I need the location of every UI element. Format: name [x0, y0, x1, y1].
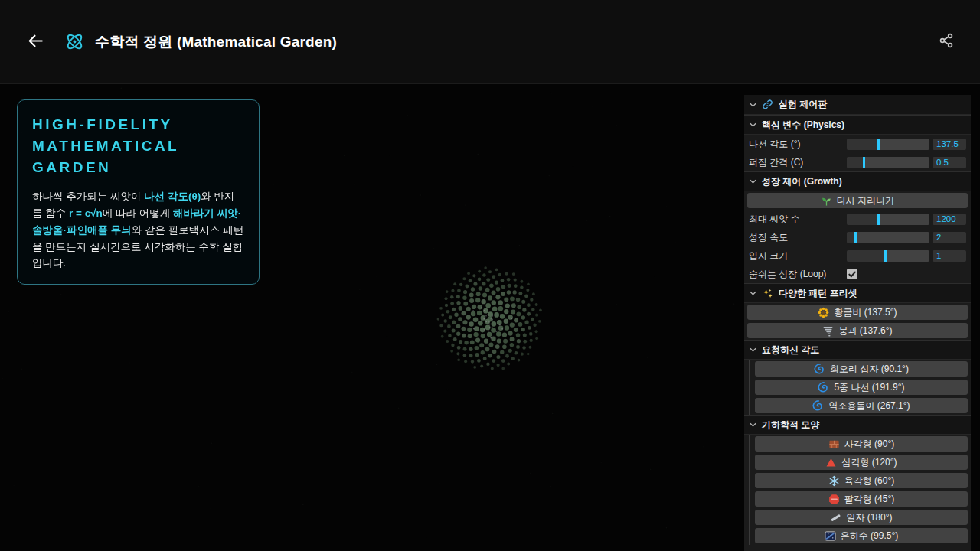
- line-button[interactable]: 일자 (180°): [755, 510, 968, 525]
- regrow-button-row: 다시 자라나기: [744, 191, 971, 210]
- sparkles-icon: [762, 288, 773, 299]
- chevron-down-icon: [750, 291, 756, 295]
- controller-particle-size: 입자 크기 1: [744, 246, 971, 265]
- experiment-control-panel: 실험 제어판 핵심 변수 (Physics) 나선 각도 (°) 137.5 퍼…: [744, 95, 971, 551]
- golden-ratio-row: 황금비 (137.5°): [744, 303, 971, 321]
- controller-max-seeds: 최대 씨앗 수 1200: [744, 210, 971, 228]
- growth-speed-slider[interactable]: [847, 232, 929, 243]
- slider-label: 성장 속도: [749, 231, 847, 244]
- regrow-button-label: 다시 자라나기: [837, 194, 894, 207]
- spiral-angle-value[interactable]: 137.5: [933, 139, 966, 150]
- page-title: 수학적 정원 (Mathematical Garden): [95, 32, 337, 52]
- folder-growth-title: 성장 제어 (Growth): [762, 175, 842, 188]
- milky-way-icon: [825, 530, 836, 542]
- controller-spiral-angle: 나선 각도 (°) 137.5: [744, 135, 971, 153]
- triangle-icon-button[interactable]: 삼각형 (120°): [755, 455, 968, 470]
- checkbox-label: 숨쉬는 성장 (Loop): [749, 268, 847, 281]
- atom-icon: [64, 31, 85, 52]
- snowflake-icon: [828, 475, 840, 487]
- folder-presets[interactable]: 다양한 패턴 프리셋: [744, 283, 971, 303]
- chevron-down-icon: [750, 347, 756, 352]
- square-row: 사각형 (90°): [752, 435, 971, 453]
- controller-spacing: 퍼짐 간격 (C) 0.5: [744, 153, 971, 171]
- info-card-description: 하나씩 추가되는 씨앗이 나선 각도(θ)와 반지름 함수 r = c√n에 따…: [32, 188, 244, 272]
- cyclone-icon: [812, 400, 824, 412]
- folder-presets-title: 다양한 패턴 프리셋: [779, 287, 858, 300]
- collapse-row: 붕괴 (137.6°): [744, 321, 971, 340]
- folder-requested-angles[interactable]: 요청하신 각도: [744, 340, 971, 360]
- octagon-button[interactable]: 팔각형 (45°): [755, 491, 968, 507]
- triangle-label: 삼각형 (120°): [841, 456, 897, 469]
- square-button[interactable]: 사각형 (90°): [755, 436, 968, 452]
- chevron-down-icon: [750, 179, 756, 184]
- regrow-button[interactable]: 다시 자라나기: [747, 193, 968, 208]
- growth-speed-value[interactable]: 2: [933, 232, 966, 243]
- hexagon-label: 육각형 (60°): [844, 474, 894, 487]
- controller-growth-speed: 성장 속도 2: [744, 228, 971, 246]
- cyclone-icon: [814, 364, 825, 375]
- spiral-angle-slider[interactable]: [847, 139, 929, 150]
- folder-physics-title: 핵심 변수 (Physics): [762, 119, 844, 132]
- brick-icon: [828, 439, 840, 450]
- cyclone-icon: [818, 382, 829, 393]
- five-spiral-button[interactable]: 5중 나선 (191.9°): [755, 380, 968, 395]
- whirl-cross-button[interactable]: 회오리 십자 (90.1°): [755, 361, 968, 377]
- galaxy-button[interactable]: 은하수 (99.5°): [755, 528, 968, 543]
- octagon-row: 팔각형 (45°): [752, 490, 971, 508]
- hexagon-row: 육각형 (60°): [752, 471, 971, 490]
- slider-label: 퍼짐 간격 (C): [749, 156, 847, 169]
- whirl-cross-label: 회오리 십자 (90.1°): [830, 363, 909, 376]
- max-seeds-value[interactable]: 1200: [933, 214, 966, 225]
- share-icon: [938, 32, 955, 51]
- slider-label: 입자 크기: [749, 249, 847, 262]
- stop-sign-icon: [828, 494, 840, 505]
- reverse-swirl-label: 역소용돌이 (267.1°): [828, 399, 910, 412]
- hexagon-button[interactable]: 육각형 (60°): [755, 473, 968, 488]
- reverse-swirl-button[interactable]: 역소용돌이 (267.1°): [755, 398, 968, 413]
- tornado-icon: [822, 325, 834, 337]
- share-button[interactable]: [936, 31, 957, 53]
- requested-angles-children: 회오리 십자 (90.1°) 5중 나선 (191.9°) 역소용돌이 (267…: [749, 360, 971, 415]
- slider-label: 나선 각도 (°): [749, 138, 847, 151]
- spacing-value[interactable]: 0.5: [933, 157, 966, 168]
- back-button[interactable]: [24, 31, 46, 53]
- chevron-down-icon: [750, 422, 756, 427]
- five-spiral-label: 5중 나선 (191.9°): [834, 381, 904, 394]
- panel-title-bar[interactable]: 실험 제어판: [744, 95, 971, 115]
- link-icon: [762, 99, 773, 110]
- octagon-label: 팔각형 (45°): [844, 493, 894, 506]
- max-seeds-slider[interactable]: [847, 214, 929, 225]
- folder-geometric-shapes[interactable]: 기하학적 모양: [744, 415, 971, 435]
- info-card-title: HIGH-FIDELITY MATHEMATICAL GARDEN: [32, 114, 244, 178]
- triangle-icon: [825, 457, 837, 468]
- particle-size-slider[interactable]: [847, 250, 929, 262]
- sunflower-icon: [818, 307, 829, 318]
- app-header: 수학적 정원 (Mathematical Garden): [0, 0, 980, 84]
- chevron-down-icon: [750, 103, 756, 107]
- geometric-shapes-children: 사각형 (90°) 삼각형 (120°) 육각형 (60°): [749, 435, 971, 545]
- back-arrow-icon: [26, 31, 45, 53]
- line-label: 일자 (180°): [846, 511, 892, 524]
- info-card: HIGH-FIDELITY MATHEMATICAL GARDEN 하나씩 추가…: [17, 99, 260, 285]
- check-icon: [848, 271, 856, 278]
- chevron-down-icon: [750, 122, 756, 127]
- loop-checkbox[interactable]: [847, 269, 858, 279]
- five-spiral-row: 5중 나선 (191.9°): [752, 378, 971, 396]
- folder-growth[interactable]: 성장 제어 (Growth): [744, 171, 971, 191]
- folder-physics[interactable]: 핵심 변수 (Physics): [744, 115, 971, 135]
- galaxy-row: 은하수 (99.5°): [752, 527, 971, 545]
- triangle-row: 삼각형 (120°): [752, 453, 971, 471]
- folder-requested-title: 요청하신 각도: [762, 344, 819, 357]
- controller-loop: 숨쉬는 성장 (Loop): [744, 265, 971, 283]
- seedling-icon: [821, 195, 832, 207]
- golden-ratio-button[interactable]: 황금비 (137.5°): [747, 305, 968, 320]
- line-row: 일자 (180°): [752, 508, 971, 527]
- folder-shapes-title: 기하학적 모양: [762, 419, 819, 432]
- collapse-button[interactable]: 붕괴 (137.6°): [747, 323, 968, 338]
- particle-size-value[interactable]: 1: [933, 250, 966, 262]
- reverse-swirl-row: 역소용돌이 (267.1°): [752, 396, 971, 415]
- whirl-cross-row: 회오리 십자 (90.1°): [752, 360, 971, 378]
- collapse-label: 붕괴 (137.6°): [838, 324, 892, 337]
- golden-ratio-label: 황금비 (137.5°): [834, 306, 897, 319]
- spacing-slider[interactable]: [847, 157, 929, 168]
